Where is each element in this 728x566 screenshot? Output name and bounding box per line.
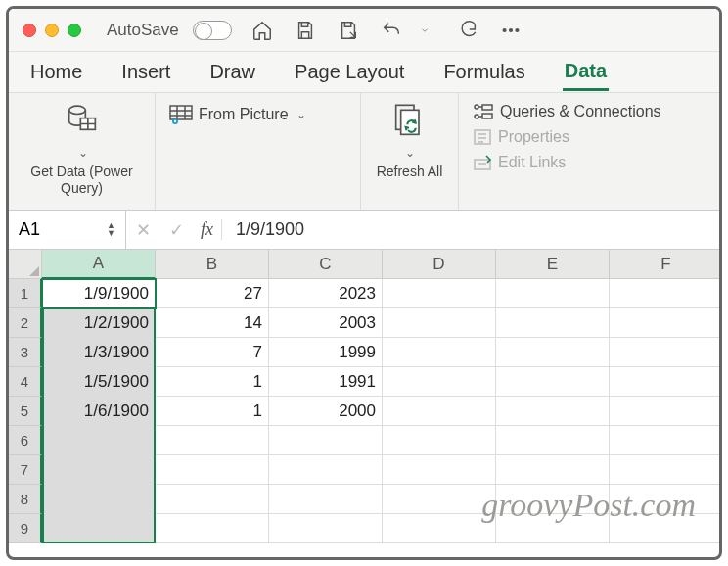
more-icon[interactable]	[498, 18, 523, 43]
cell-a2[interactable]: 1/2/1900	[42, 308, 156, 338]
row-header-6[interactable]: 6	[9, 426, 42, 455]
cell-f6[interactable]	[610, 426, 722, 455]
get-data-button[interactable]: ⌄ Get Data (Power Query)	[23, 101, 141, 197]
cell-f3[interactable]	[610, 338, 722, 367]
cell-f4[interactable]	[610, 367, 722, 397]
queries-connections-button[interactable]: Queries & Connections	[473, 103, 661, 120]
cell-d2[interactable]	[383, 308, 496, 338]
cell-c6[interactable]	[269, 426, 383, 455]
select-all-corner[interactable]	[9, 250, 42, 279]
cell-b4[interactable]: 1	[156, 367, 269, 397]
cell-b6[interactable]	[156, 426, 269, 455]
cell-d4[interactable]	[383, 367, 496, 397]
cell-b2[interactable]: 14	[156, 308, 269, 338]
cell-f9[interactable]	[610, 514, 722, 543]
cell-d7[interactable]	[383, 455, 496, 485]
cell-a3[interactable]: 1/3/1900	[42, 338, 156, 367]
cell-c5[interactable]: 2000	[269, 397, 383, 426]
cell-d5[interactable]	[383, 397, 496, 426]
formula-input[interactable]: 1/9/1900	[230, 219, 304, 240]
cell-a7[interactable]	[42, 455, 156, 485]
cell-a5[interactable]: 1/6/1900	[42, 397, 156, 426]
cell-c9[interactable]	[269, 514, 383, 543]
tab-formulas[interactable]: Formulas	[441, 55, 526, 89]
database-icon	[62, 101, 103, 142]
tab-home[interactable]: Home	[28, 55, 84, 89]
cell-e6[interactable]	[496, 426, 610, 455]
name-box[interactable]: A1 ▲▼	[9, 211, 126, 249]
col-header-f[interactable]: F	[610, 250, 722, 279]
autosave-toggle[interactable]	[193, 21, 232, 40]
cell-c4[interactable]: 1991	[269, 367, 383, 397]
row-header-7[interactable]: 7	[9, 455, 42, 485]
tab-data[interactable]: Data	[563, 54, 609, 91]
row-header-8[interactable]: 8	[9, 485, 42, 514]
cell-d1[interactable]	[383, 279, 496, 308]
save-as-icon[interactable]	[336, 18, 361, 43]
home-icon[interactable]	[250, 18, 275, 43]
cell-f7[interactable]	[610, 455, 722, 485]
row-header-5[interactable]: 5	[9, 397, 42, 426]
col-header-a[interactable]: A	[42, 250, 156, 279]
cell-b8[interactable]	[156, 485, 269, 514]
refresh-all-button[interactable]: ⌄ Refresh All	[377, 101, 443, 180]
cell-b1[interactable]: 27	[156, 279, 269, 308]
name-box-stepper[interactable]: ▲▼	[107, 222, 115, 236]
cell-e5[interactable]	[496, 397, 610, 426]
cell-a4[interactable]: 1/5/1900	[42, 367, 156, 397]
cell-e8[interactable]	[496, 485, 610, 514]
cell-b3[interactable]: 7	[156, 338, 269, 367]
save-icon[interactable]	[293, 18, 318, 43]
maximize-window-button[interactable]	[68, 24, 81, 37]
cell-e9[interactable]	[496, 514, 610, 543]
cell-e1[interactable]	[496, 279, 610, 308]
cell-d8[interactable]	[383, 485, 496, 514]
formula-bar-row: A1 ▲▼ ✕ ✓ fx 1/9/1900	[9, 211, 719, 250]
col-header-b[interactable]: B	[156, 250, 269, 279]
cell-b5[interactable]: 1	[156, 397, 269, 426]
from-picture-button[interactable]: From Picture ⌄	[169, 105, 306, 124]
tab-page-layout[interactable]: Page Layout	[293, 55, 406, 89]
col-header-c[interactable]: C	[269, 250, 383, 279]
cell-c2[interactable]: 2003	[269, 308, 383, 338]
close-window-button[interactable]	[23, 24, 36, 37]
tab-insert[interactable]: Insert	[119, 55, 172, 89]
cell-b7[interactable]	[156, 455, 269, 485]
fx-icon[interactable]: fx	[193, 219, 222, 240]
row-header-4[interactable]: 4	[9, 367, 42, 397]
cell-a8[interactable]	[42, 485, 156, 514]
svg-point-11	[475, 115, 478, 118]
cell-e4[interactable]	[496, 367, 610, 397]
minimize-window-button[interactable]	[45, 24, 59, 37]
cell-a1[interactable]: 1/9/1900	[42, 279, 156, 308]
cell-a6[interactable]	[42, 426, 156, 455]
cell-f8[interactable]	[610, 485, 722, 514]
row-header-1[interactable]: 1	[9, 279, 42, 308]
cell-f2[interactable]	[610, 308, 722, 338]
undo-dropdown[interactable]	[412, 18, 437, 43]
row-header-9[interactable]: 9	[9, 514, 42, 543]
cell-c1[interactable]: 2023	[269, 279, 383, 308]
cell-e7[interactable]	[496, 455, 610, 485]
col-header-e[interactable]: E	[496, 250, 610, 279]
row-header-2[interactable]: 2	[9, 308, 42, 338]
spreadsheet-grid[interactable]: A B C D E F 1 1/9/1900 27 2023 2 1/2/190…	[9, 250, 719, 543]
tab-draw[interactable]: Draw	[207, 55, 257, 89]
col-header-d[interactable]: D	[383, 250, 496, 279]
cell-c3[interactable]: 1999	[269, 338, 383, 367]
cell-d3[interactable]	[383, 338, 496, 367]
cell-e3[interactable]	[496, 338, 610, 367]
cell-c7[interactable]	[269, 455, 383, 485]
cell-d6[interactable]	[383, 426, 496, 455]
cell-b9[interactable]	[156, 514, 269, 543]
cell-a9[interactable]	[42, 514, 156, 543]
cell-f1[interactable]	[610, 279, 722, 308]
svg-point-7	[174, 120, 176, 122]
redo-icon[interactable]	[455, 18, 480, 43]
cell-d9[interactable]	[383, 514, 496, 543]
cell-f5[interactable]	[610, 397, 722, 426]
row-header-3[interactable]: 3	[9, 338, 42, 367]
cell-c8[interactable]	[269, 485, 383, 514]
undo-icon[interactable]	[379, 18, 404, 43]
cell-e2[interactable]	[496, 308, 610, 338]
